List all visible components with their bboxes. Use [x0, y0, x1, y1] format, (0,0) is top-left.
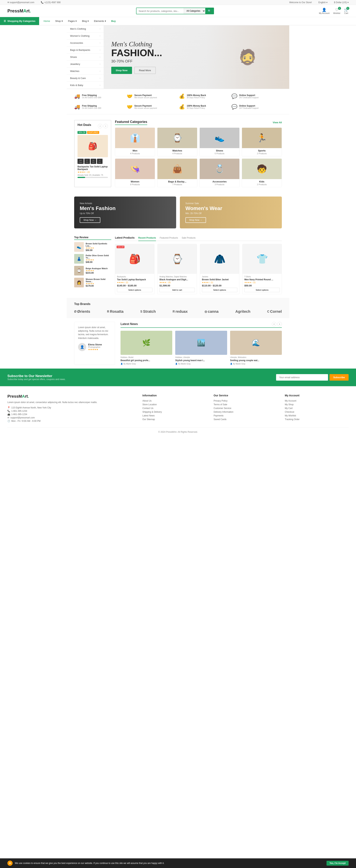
- sidebar-item-bags[interactable]: Bags & Backpacks ›: [67, 46, 103, 54]
- footer-contact[interactable]: Contact Us: [142, 407, 206, 409]
- footer-delivery[interactable]: Delivery Information: [214, 411, 277, 413]
- cart-badge: 0: [346, 7, 349, 10]
- nav-home[interactable]: Home: [41, 17, 53, 25]
- review-item-1[interactable]: 👟 Brown Solid Synthetic Lea... ★★★★★ $50…: [74, 242, 111, 252]
- footer-sitemap[interactable]: Our Sitemap: [142, 418, 206, 421]
- account-action[interactable]: 👤 My Account: [319, 8, 329, 14]
- hero-read-button[interactable]: Read More: [134, 67, 156, 74]
- banner-womens-shop[interactable]: Shop Now →: [185, 217, 206, 223]
- footer-grid: PressMArt. Lorem ipsum dolor sit amet, c…: [7, 394, 349, 423]
- brand-rosatta[interactable]: R Rosatta: [107, 309, 123, 314]
- review-item-3[interactable]: ⌚ Beige Analogue Watch ★★★★★ $215.00: [74, 266, 111, 276]
- countdown-timer: 588 Days 07 Hrs 00 Min 51 Sec: [78, 159, 108, 164]
- tab-sale[interactable]: Sale Products: [182, 236, 196, 241]
- categories-grid: 👔 Men 4 Products ⌚ Watches 4 Products 👟 …: [115, 128, 282, 187]
- news-nav: ‹ ›: [272, 322, 282, 326]
- footer-terms[interactable]: Terms of Sale: [214, 403, 277, 406]
- news-next[interactable]: ›: [277, 322, 282, 326]
- nav-bar: ☰ Shopping By Categories Home Shop ▾ Pag…: [0, 17, 356, 25]
- footer-saved[interactable]: Saved Cards: [214, 418, 277, 421]
- search-category-select[interactable]: All Categories: [184, 8, 205, 14]
- sidebar-item-womens[interactable]: Women's Clothing ›: [67, 32, 103, 39]
- product-btn-4[interactable]: Select options: [244, 288, 280, 292]
- brand-agritech[interactable]: Agritech: [235, 309, 250, 314]
- brand-logo-icon: R: [173, 310, 175, 313]
- footer-my-wishlist[interactable]: My Wishlist: [285, 414, 349, 417]
- footer-customer[interactable]: Customer Service: [214, 407, 277, 409]
- footer-privacy[interactable]: Privacy Policy: [214, 400, 277, 402]
- footer-store[interactable]: Store Location: [142, 403, 206, 406]
- countdown-days: 588 Days: [78, 159, 84, 164]
- sidebar-item-kids[interactable]: Kids & Baby ›: [67, 82, 103, 89]
- cat-bags[interactable]: 👜 Bags & Backp... 7 Products: [157, 158, 197, 187]
- product-btn-2[interactable]: Add to cart: [159, 288, 195, 292]
- nav-shop[interactable]: Shop ▾: [53, 17, 65, 25]
- sidebar-item-jewellery[interactable]: Jewellery ›: [67, 61, 103, 68]
- tab-recent[interactable]: Recent Products: [138, 236, 156, 241]
- sidebar-item-beauty[interactable]: Beauty & Care ›: [67, 75, 103, 82]
- chevron-right-icon: ›: [100, 63, 100, 65]
- newsletter-subscribe-button[interactable]: Subscribe: [329, 374, 349, 381]
- nav-blog[interactable]: Blog ▾: [79, 17, 91, 25]
- cat-watches[interactable]: ⌚ Watches 4 Products: [157, 128, 197, 156]
- review-item-2[interactable]: 👗 Petite Olive Green Solid To... ★★★★★ $…: [74, 254, 111, 264]
- site-logo[interactable]: PressMArt.: [7, 8, 31, 13]
- feature-6: 🤝 Secure Payment We ensure secure paymen…: [127, 102, 177, 111]
- wishlist-action[interactable]: ♡ Wishlist 0: [333, 8, 340, 14]
- review-item-4[interactable]: 👩 Women Brown Solid Swea... ★★★★★ $179.0…: [74, 278, 111, 287]
- hot-deals-prev[interactable]: ‹: [98, 124, 102, 128]
- cat-kids[interactable]: 🧒 Kids 2 Products: [242, 158, 282, 187]
- money-back2-icon: 💰: [179, 104, 185, 110]
- hot-deals-box: Hot Deals ‹ › 50% Off FEATURED 🎒 588 Day…: [74, 120, 111, 187]
- banner-mens-shop[interactable]: Shop Now →: [80, 217, 100, 223]
- cat-accessories[interactable]: 💍 Accessories 3 Products: [200, 158, 240, 187]
- product-btn-1[interactable]: Select options: [117, 288, 152, 292]
- top-language[interactable]: English ▾: [316, 1, 327, 4]
- search-input[interactable]: [137, 8, 184, 14]
- hot-deals-next[interactable]: ›: [103, 124, 108, 128]
- nav-buy[interactable]: Buy: [109, 17, 118, 25]
- cat-women[interactable]: 👒 Women 9 Products: [115, 158, 155, 187]
- footer-tracking[interactable]: Tracking Order: [285, 418, 349, 421]
- nav-elements[interactable]: Elements ▾: [91, 17, 109, 25]
- sidebar-item-shoes[interactable]: Shoes ›: [67, 54, 103, 61]
- footer-payments[interactable]: Payments: [214, 414, 277, 417]
- cat-sports[interactable]: 🏃 Sports 2 Products: [242, 128, 282, 156]
- footer-checkout[interactable]: Checkout: [285, 411, 349, 413]
- brand-reduax[interactable]: R reduax: [173, 309, 188, 314]
- brand-stratch[interactable]: S Stratch: [140, 309, 156, 314]
- search-button[interactable]: 🔍: [205, 8, 214, 14]
- footer-shipping[interactable]: Shipping & Delivery: [142, 411, 206, 413]
- sidebar-item-mens[interactable]: Men's Clothing ›: [67, 25, 103, 32]
- sidebar-item-watches[interactable]: Watches ›: [67, 68, 103, 75]
- tab-featured[interactable]: Featured Products: [160, 236, 178, 241]
- review-img-1: 👟: [74, 242, 84, 252]
- newsletter-section: Subscribe to Our Newsletter Subscribe to…: [0, 369, 356, 386]
- top-currency[interactable]: $ Dollar (US) ▾: [331, 1, 349, 4]
- footer-news[interactable]: Latest News: [142, 414, 206, 417]
- newsletter-email-input[interactable]: [276, 374, 328, 381]
- brand-orients[interactable]: Ø Ørients: [74, 309, 90, 314]
- categories-header: Featured Categories View All: [115, 120, 282, 125]
- cart-action[interactable]: 🛒 Cart 0: [344, 8, 349, 14]
- hero-discount: 30-70% OFF: [111, 59, 162, 63]
- footer-about[interactable]: About Us: [142, 400, 206, 402]
- categories-toggle[interactable]: ☰ Shopping By Categories: [0, 17, 39, 25]
- sidebar-item-accessories[interactable]: Accessories ›: [67, 39, 103, 46]
- footer-my-account[interactable]: My Account: [285, 400, 349, 402]
- footer-phone2: 📠 1-661-395-1234: [7, 413, 135, 416]
- footer-my-cart[interactable]: My Cart: [285, 407, 349, 409]
- cat-shoes[interactable]: 👟 Shoes 5 Products: [200, 128, 240, 156]
- news-card-3[interactable]: 🌊 Lifestyle, Motivation Smiling young co…: [230, 331, 282, 365]
- brand-cornel[interactable]: C Cornel: [267, 309, 282, 314]
- news-author-1: 👤 By Martin Gray: [121, 363, 172, 365]
- news-card-1[interactable]: 🌿 Hobbies, Model Beautiful girl posing p…: [121, 331, 172, 365]
- nav-pages[interactable]: Pages ▾: [65, 17, 80, 25]
- brand-canna[interactable]: ◎ canna: [205, 309, 218, 314]
- footer-my-shop[interactable]: My Shop: [285, 403, 349, 406]
- news-card-2[interactable]: 🏙️ Hobbies, Lifestyle Stylish young bear…: [175, 331, 227, 365]
- news-prev[interactable]: ‹: [272, 322, 276, 326]
- product-btn-3[interactable]: Select options: [202, 288, 237, 292]
- hero-shop-button[interactable]: Shop Now: [111, 67, 132, 74]
- cat-men[interactable]: 👔 Men 4 Products: [115, 128, 155, 156]
